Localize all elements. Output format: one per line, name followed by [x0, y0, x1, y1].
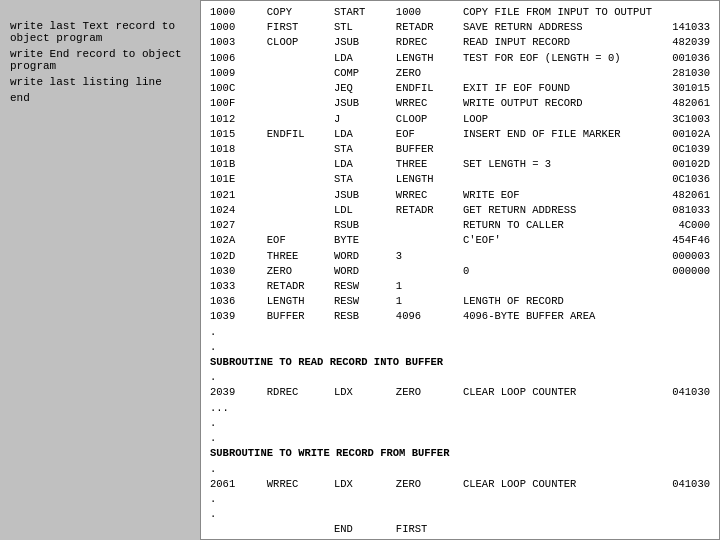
- sym-cell: [264, 325, 331, 340]
- comment-cell: [460, 340, 661, 355]
- table-row: 1033RETADRRESW1: [207, 279, 713, 294]
- comment-cell: [460, 462, 661, 477]
- comment-cell: SAVE RETURN ADDRESS: [460, 20, 661, 35]
- table-row: .: [207, 370, 713, 385]
- oper-cell: ZERO: [393, 477, 460, 492]
- sym-cell: [264, 522, 331, 537]
- op-cell: RESW: [331, 279, 393, 294]
- table-row: 101ESTALENGTH0C1036: [207, 172, 713, 187]
- addr-cell: .: [207, 416, 264, 431]
- op-cell: RESB: [331, 309, 393, 324]
- oper-cell: [393, 233, 460, 248]
- obj-cell: 000003: [661, 249, 713, 264]
- obj-cell: [661, 522, 713, 537]
- op-cell: STA: [331, 142, 393, 157]
- comment-cell: [460, 279, 661, 294]
- comment-cell: [460, 370, 661, 385]
- oper-cell: RDREC: [393, 35, 460, 50]
- op-cell: RESW: [331, 294, 393, 309]
- addr-cell: 1018: [207, 142, 264, 157]
- addr-cell: 101E: [207, 172, 264, 187]
- op-cell: [331, 462, 393, 477]
- obj-cell: 00102D: [661, 157, 713, 172]
- obj-cell: [661, 462, 713, 477]
- sym-cell: [264, 431, 331, 446]
- obj-cell: 482061: [661, 188, 713, 203]
- table-row: .: [207, 416, 713, 431]
- sym-cell: [264, 462, 331, 477]
- addr-cell: 1003: [207, 35, 264, 50]
- comment-cell: [460, 172, 661, 187]
- comment-cell: INSERT END OF FILE MARKER: [460, 127, 661, 142]
- sym-cell: [264, 142, 331, 157]
- op-cell: RSUB: [331, 218, 393, 233]
- sidebar-line: write last Text record to object program: [10, 20, 190, 44]
- addr-cell: .: [207, 507, 264, 522]
- oper-cell: [393, 492, 460, 507]
- addr-cell: 1030: [207, 264, 264, 279]
- obj-cell: 041030: [661, 385, 713, 400]
- oper-cell: [393, 507, 460, 522]
- sym-cell: [264, 66, 331, 81]
- addr-cell: 1012: [207, 112, 264, 127]
- addr-cell: .: [207, 492, 264, 507]
- obj-cell: [661, 370, 713, 385]
- obj-cell: 0C1036: [661, 172, 713, 187]
- addr-cell: 2039: [207, 385, 264, 400]
- sym-cell: LENGTH: [264, 294, 331, 309]
- oper-cell: LENGTH: [393, 172, 460, 187]
- addr-cell: 1000: [207, 20, 264, 35]
- addr-cell: 100F: [207, 96, 264, 111]
- sym-cell: [264, 370, 331, 385]
- op-cell: JSUB: [331, 35, 393, 50]
- oper-cell: BUFFER: [393, 142, 460, 157]
- oper-cell: 1: [393, 294, 460, 309]
- table-row: 100FJSUBWRRECWRITE OUTPUT RECORD482061: [207, 96, 713, 111]
- sym-cell: [264, 188, 331, 203]
- oper-cell: CLOOP: [393, 112, 460, 127]
- table-row: SUBROUTINE TO WRITE RECORD FROM BUFFER: [207, 446, 713, 461]
- op-cell: START: [331, 5, 393, 20]
- sidebar-line: end: [10, 92, 190, 104]
- table-row: 2039RDRECLDXZEROCLEAR LOOP COUNTER041030: [207, 385, 713, 400]
- addr-cell: [207, 522, 264, 537]
- comment-cell: [460, 325, 661, 340]
- obj-cell: 482039: [661, 35, 713, 50]
- obj-cell: [661, 294, 713, 309]
- addr-cell: ...: [207, 401, 264, 416]
- table-row: .: [207, 462, 713, 477]
- section-label: SUBROUTINE TO WRITE RECORD FROM BUFFER: [207, 446, 713, 461]
- addr-cell: 1000: [207, 5, 264, 20]
- op-cell: J: [331, 112, 393, 127]
- comment-cell: READ INPUT RECORD: [460, 35, 661, 50]
- comment-cell: [460, 249, 661, 264]
- addr-cell: .: [207, 370, 264, 385]
- obj-cell: [661, 5, 713, 20]
- comment-cell: [460, 416, 661, 431]
- obj-cell: [661, 416, 713, 431]
- op-cell: [331, 325, 393, 340]
- sym-cell: RDREC: [264, 385, 331, 400]
- op-cell: JSUB: [331, 188, 393, 203]
- table-row: .: [207, 507, 713, 522]
- table-row: .: [207, 340, 713, 355]
- table-row: SUBROUTINE TO READ RECORD INTO BUFFER: [207, 355, 713, 370]
- op-cell: STL: [331, 20, 393, 35]
- op-cell: STA: [331, 172, 393, 187]
- op-cell: JSUB: [331, 96, 393, 111]
- sym-cell: [264, 157, 331, 172]
- obj-cell: 00102A: [661, 127, 713, 142]
- op-cell: LDX: [331, 477, 393, 492]
- comment-cell: CLEAR LOOP COUNTER: [460, 477, 661, 492]
- op-cell: LDA: [331, 127, 393, 142]
- obj-cell: [661, 401, 713, 416]
- sym-cell: [264, 203, 331, 218]
- table-row: 1036LENGTHRESW1LENGTH OF RECORD: [207, 294, 713, 309]
- comment-cell: EXIT IF EOF FOUND: [460, 81, 661, 96]
- sym-cell: [264, 172, 331, 187]
- comment-cell: COPY FILE FROM INPUT TO OUTPUT: [460, 5, 661, 20]
- obj-cell: [661, 492, 713, 507]
- op-cell: WORD: [331, 249, 393, 264]
- oper-cell: [393, 401, 460, 416]
- addr-cell: 1015: [207, 127, 264, 142]
